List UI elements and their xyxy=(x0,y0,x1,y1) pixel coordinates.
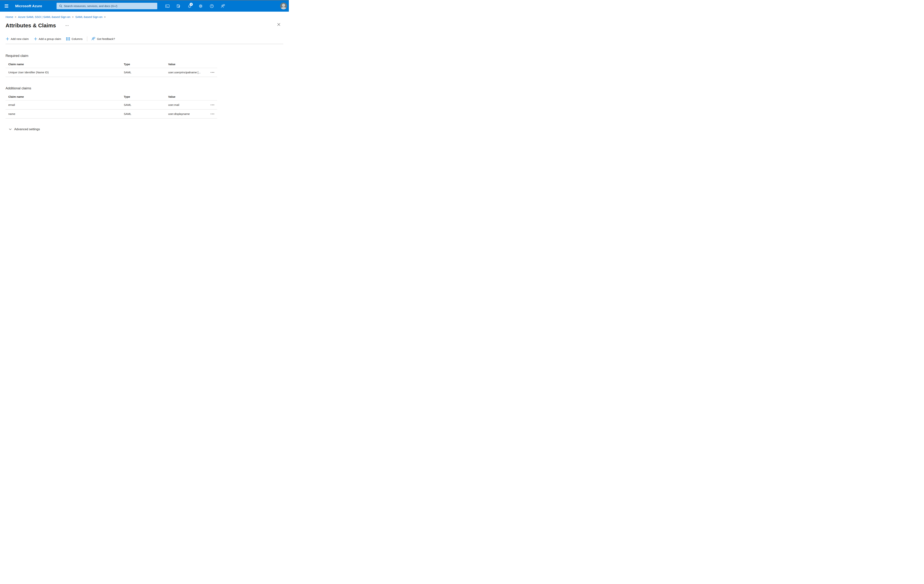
claim-name-cell: Unique User Identifier (Name ID) xyxy=(5,71,121,74)
global-search[interactable] xyxy=(56,3,157,9)
claim-name-cell: email xyxy=(5,103,121,106)
close-icon xyxy=(277,23,280,26)
feedback-button[interactable] xyxy=(219,2,227,10)
attributes-claims-blade: Home > Azure SAML SSO | SAML-based Sign-… xyxy=(0,15,289,131)
breadcrumb-saml-signon[interactable]: SAML-based Sign-on xyxy=(75,15,102,19)
ellipsis-icon xyxy=(211,72,211,73)
column-header-value: Value xyxy=(165,63,206,66)
column-header-type: Type xyxy=(121,63,165,66)
feedback-icon xyxy=(91,37,96,41)
table-header-row: Claim name Type Value xyxy=(5,93,217,100)
notifications-button[interactable]: 6 xyxy=(186,2,194,10)
required-claim-heading: Required claim xyxy=(5,54,283,58)
columns-icon xyxy=(66,38,70,40)
add-group-claim-button[interactable]: Add a group claim xyxy=(34,36,61,41)
required-claim-table: Claim name Type Value Unique User Identi… xyxy=(5,61,217,77)
columns-label: Columns xyxy=(71,37,82,40)
claim-value-cell: user.mail xyxy=(165,103,206,106)
breadcrumb-separator: > xyxy=(72,15,74,18)
advanced-settings-toggle[interactable]: Advanced settings xyxy=(9,127,40,131)
toolbar-rule xyxy=(5,44,283,44)
table-row[interactable]: email SAML user.mail xyxy=(5,100,217,110)
table-row[interactable]: name SAML user.displayname xyxy=(5,110,217,118)
search-icon xyxy=(59,5,63,8)
additional-claims-table: Claim name Type Value email SAML user.ma… xyxy=(5,93,217,118)
row-context-menu-button[interactable] xyxy=(206,72,217,73)
claim-value-cell: user.displayname xyxy=(165,112,206,115)
notification-badge: 6 xyxy=(190,3,193,6)
topbar-actions: 6 ? xyxy=(163,0,227,12)
claim-type-cell: SAML xyxy=(121,112,165,115)
row-context-menu-button[interactable] xyxy=(206,114,217,114)
top-bar: Microsoft Azure xyxy=(0,0,289,12)
columns-button[interactable]: Columns xyxy=(66,36,83,41)
cloud-shell-icon xyxy=(165,4,170,8)
feedback-icon xyxy=(221,4,225,8)
plus-icon xyxy=(34,37,37,40)
blade-context-menu-button[interactable] xyxy=(64,24,70,27)
ellipsis-icon xyxy=(211,114,211,114)
command-bar: Add new claim Add a group claim Columns … xyxy=(5,36,283,41)
svg-text:?: ? xyxy=(211,5,213,7)
row-context-menu-button[interactable] xyxy=(206,105,217,105)
table-row[interactable]: Unique User Identifier (Name ID) SAML us… xyxy=(5,68,217,77)
directory-filter-icon xyxy=(176,4,181,8)
add-new-claim-button[interactable]: Add new claim xyxy=(5,36,29,41)
breadcrumb-separator: > xyxy=(104,15,106,18)
got-feedback-label: Got feedback? xyxy=(97,37,115,40)
gear-icon xyxy=(198,4,203,8)
got-feedback-button[interactable]: Got feedback? xyxy=(91,36,116,41)
page-title: Attributes & Claims xyxy=(5,23,56,29)
settings-button[interactable] xyxy=(196,2,205,10)
cloud-shell-button[interactable] xyxy=(163,2,172,10)
breadcrumb-app-sso[interactable]: Azure SAML SSO | SAML-based Sign-on xyxy=(18,15,70,19)
account-avatar[interactable] xyxy=(280,3,287,10)
breadcrumb-separator: > xyxy=(15,15,16,18)
breadcrumb: Home > Azure SAML SSO | SAML-based Sign-… xyxy=(5,15,283,19)
claim-value-cell: user.userprincipalname [... xyxy=(165,71,206,74)
title-row: Attributes & Claims xyxy=(5,21,283,30)
table-header-row: Claim name Type Value xyxy=(5,61,217,68)
search-input[interactable] xyxy=(64,5,155,8)
brand-title[interactable]: Microsoft Azure xyxy=(15,4,42,8)
column-header-claim-name: Claim name xyxy=(5,63,121,66)
additional-claims-heading: Additional claims xyxy=(5,86,283,90)
claim-type-cell: SAML xyxy=(121,71,165,74)
advanced-settings-label: Advanced settings xyxy=(14,127,40,131)
claim-type-cell: SAML xyxy=(121,103,165,106)
add-group-claim-label: Add a group claim xyxy=(39,37,61,40)
claim-name-cell: name xyxy=(5,112,121,115)
ellipsis-icon xyxy=(66,25,66,26)
column-header-claim-name: Claim name xyxy=(5,95,121,98)
help-button[interactable]: ? xyxy=(208,2,216,10)
column-header-type: Type xyxy=(121,95,165,98)
portal-menu-button[interactable] xyxy=(0,0,13,12)
add-new-claim-label: Add new claim xyxy=(11,37,29,40)
close-blade-button[interactable] xyxy=(276,21,281,27)
avatar-torso xyxy=(281,7,286,10)
help-icon: ? xyxy=(210,4,214,8)
directory-filter-button[interactable] xyxy=(175,2,183,10)
ellipsis-icon xyxy=(211,105,211,105)
avatar-head xyxy=(282,4,285,7)
hamburger-icon xyxy=(5,5,8,5)
plus-icon xyxy=(6,37,9,40)
column-header-value: Value xyxy=(165,95,206,98)
breadcrumb-home[interactable]: Home xyxy=(5,15,13,19)
chevron-down-icon xyxy=(9,128,12,130)
